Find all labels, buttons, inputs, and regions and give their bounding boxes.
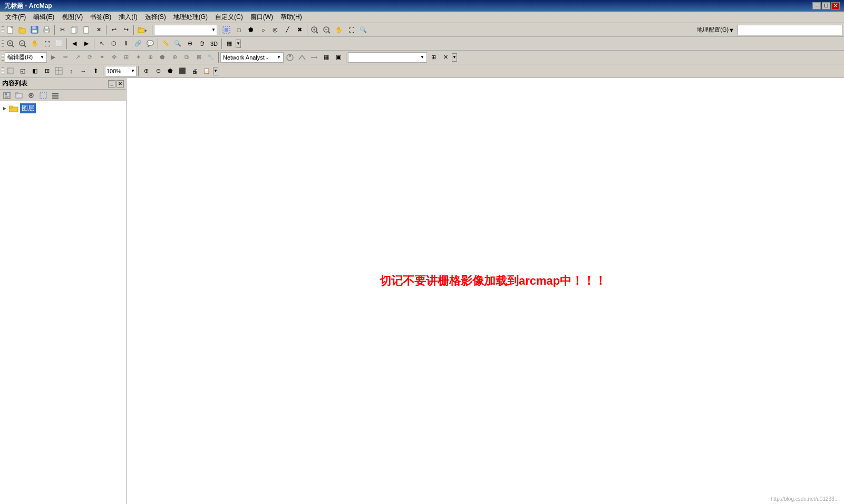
- editor-tool-13[interactable]: ⊠: [193, 52, 205, 63]
- menu-view[interactable]: 视图(V): [59, 12, 86, 23]
- layer-dropdown[interactable]: ▼: [154, 25, 217, 35]
- toolbar-grip-4[interactable]: [1, 65, 4, 77]
- paste-button[interactable]: [81, 24, 92, 36]
- select-polygon-button[interactable]: ⬟: [245, 24, 257, 36]
- clear-selection-button[interactable]: ✖: [294, 24, 305, 36]
- menu-help[interactable]: 帮助(H): [277, 12, 305, 23]
- layout-tool-2[interactable]: ◱: [17, 65, 28, 77]
- layout-tool-14[interactable]: 📋: [201, 65, 212, 77]
- editor-tool-2[interactable]: ✏: [60, 52, 71, 63]
- na-tool-7[interactable]: ✕: [440, 52, 451, 63]
- layout-tool-13[interactable]: 🖨: [189, 65, 200, 77]
- print-button[interactable]: [41, 24, 53, 36]
- layout-tool-7[interactable]: ↔: [77, 65, 89, 77]
- toolbar-grip-1[interactable]: [1, 24, 4, 36]
- editor-tool-5[interactable]: ✦: [96, 52, 108, 63]
- redo-button[interactable]: ↪: [120, 24, 132, 36]
- new-button[interactable]: [5, 24, 16, 36]
- na-layer-dropdown[interactable]: ▼: [348, 52, 427, 63]
- select-line-button[interactable]: ╱: [282, 24, 293, 36]
- toc-content[interactable]: 图层: [0, 101, 126, 504]
- na-tool-5[interactable]: ▣: [333, 52, 344, 63]
- menu-customize[interactable]: 自定义(C): [212, 12, 246, 23]
- editor-tool-10[interactable]: ⬟: [157, 52, 168, 63]
- na-tool-4[interactable]: ▦: [321, 52, 332, 63]
- zoom-dropdown[interactable]: 100% ▼: [105, 66, 137, 76]
- menu-edit[interactable]: 编辑(E): [30, 12, 57, 23]
- add-data-button[interactable]: +: [135, 24, 150, 36]
- select-features-button[interactable]: [221, 24, 232, 36]
- menu-geoprocessing[interactable]: 地理处理(G): [170, 12, 211, 23]
- editor-tool-1[interactable]: ▶: [47, 52, 59, 63]
- toc-options-btn[interactable]: [50, 90, 61, 101]
- go-to-xy-tool[interactable]: ⊕: [184, 38, 196, 50]
- select-tool[interactable]: ↖: [96, 38, 108, 50]
- layout-tool-10[interactable]: ⊖: [152, 65, 164, 77]
- full-extent-button[interactable]: ⛶: [345, 24, 357, 36]
- pan-tool[interactable]: ✋: [29, 38, 41, 50]
- layout-tool-5[interactable]: [53, 65, 65, 77]
- layout-tool-1[interactable]: [5, 65, 16, 77]
- undo-button[interactable]: ↩: [108, 24, 120, 36]
- na-tool-1[interactable]: [284, 52, 296, 63]
- menu-window[interactable]: 窗口(W): [247, 12, 276, 23]
- toolbar-expand-btn[interactable]: ▼: [236, 40, 241, 48]
- back-button[interactable]: ◀: [69, 38, 80, 50]
- time-slider-tool[interactable]: ⏱: [196, 38, 208, 50]
- toolbar-grip-3[interactable]: [1, 52, 4, 63]
- menu-file[interactable]: 文件(F): [2, 12, 29, 23]
- toc-list-draw-btn[interactable]: [1, 90, 13, 101]
- editor-tool-9[interactable]: ⊕: [144, 52, 156, 63]
- network-analyst-dropdown[interactable]: Network Analyst - ▼: [220, 52, 284, 63]
- save-button[interactable]: [29, 24, 41, 36]
- editor-tool-4[interactable]: ⟳: [84, 52, 95, 63]
- toc-list-source-btn[interactable]: [13, 90, 25, 101]
- editor-tool-14[interactable]: 🔧: [205, 52, 217, 63]
- editor-tool-12[interactable]: ⧉: [181, 52, 192, 63]
- toc-close-btn[interactable]: ✕: [117, 80, 124, 88]
- na-tool-6[interactable]: ⊞: [428, 52, 439, 63]
- zoom-in-button[interactable]: [309, 24, 321, 36]
- menu-bookmark[interactable]: 书签(B): [87, 12, 114, 23]
- 3d-tool[interactable]: 3D: [208, 38, 220, 50]
- geo-config-button[interactable]: 地理配置(G)▼: [694, 24, 737, 36]
- editor-dropdown[interactable]: 编辑器(R) ▼: [5, 52, 47, 63]
- layout-tool-3[interactable]: ◧: [29, 65, 41, 77]
- na-tool-2[interactable]: [296, 52, 308, 63]
- geo-config-input[interactable]: [738, 25, 843, 35]
- open-button[interactable]: [17, 24, 28, 36]
- toc-layers-item[interactable]: 图层: [1, 102, 125, 114]
- layout-tool-9[interactable]: ⊕: [140, 65, 152, 77]
- layout-tool-8[interactable]: ⬆: [90, 65, 101, 77]
- delete-button[interactable]: ✕: [93, 24, 104, 36]
- layout-tool-11[interactable]: ⬟: [164, 65, 176, 77]
- layout-tool-4[interactable]: ⊞: [41, 65, 53, 77]
- html-popup-tool[interactable]: 💬: [144, 38, 156, 50]
- copy-button[interactable]: [69, 24, 80, 36]
- full-extent-tool[interactable]: ⛶: [41, 38, 53, 50]
- cut-button[interactable]: ✂: [56, 24, 68, 36]
- toolbar-grip-2[interactable]: [1, 38, 4, 50]
- select-lasso-button[interactable]: ○: [257, 24, 269, 36]
- edit-vertices-tool[interactable]: ⬡: [108, 38, 120, 50]
- layout-expand-btn[interactable]: ▼: [213, 67, 218, 75]
- toc-list-visibility-btn[interactable]: [25, 90, 37, 101]
- hyperlink-tool[interactable]: 🔗: [132, 38, 144, 50]
- pan-button[interactable]: ✋: [333, 24, 345, 36]
- editor-tool-3[interactable]: ↗: [72, 52, 83, 63]
- zoom-to-layer-button[interactable]: 🔍: [357, 24, 369, 36]
- select-rectangle-button[interactable]: □: [233, 24, 245, 36]
- editor-tool-6[interactable]: ✜: [108, 52, 120, 63]
- close-button[interactable]: ✕: [831, 2, 840, 9]
- zoom-out-button[interactable]: [321, 24, 333, 36]
- select-circle-button[interactable]: ◎: [269, 24, 281, 36]
- table-tool[interactable]: ▦: [224, 38, 235, 50]
- zoom-in-tool[interactable]: [5, 38, 16, 50]
- toc-minimize-btn[interactable]: _: [108, 80, 115, 88]
- zoom-out-tool[interactable]: [17, 38, 28, 50]
- measure-tool[interactable]: 📏: [160, 38, 171, 50]
- toc-list-selection-btn[interactable]: [37, 90, 49, 101]
- forward-button[interactable]: ▶: [81, 38, 92, 50]
- na-toolbar-expand[interactable]: ▼: [452, 53, 457, 62]
- maximize-button[interactable]: ☐: [822, 2, 830, 9]
